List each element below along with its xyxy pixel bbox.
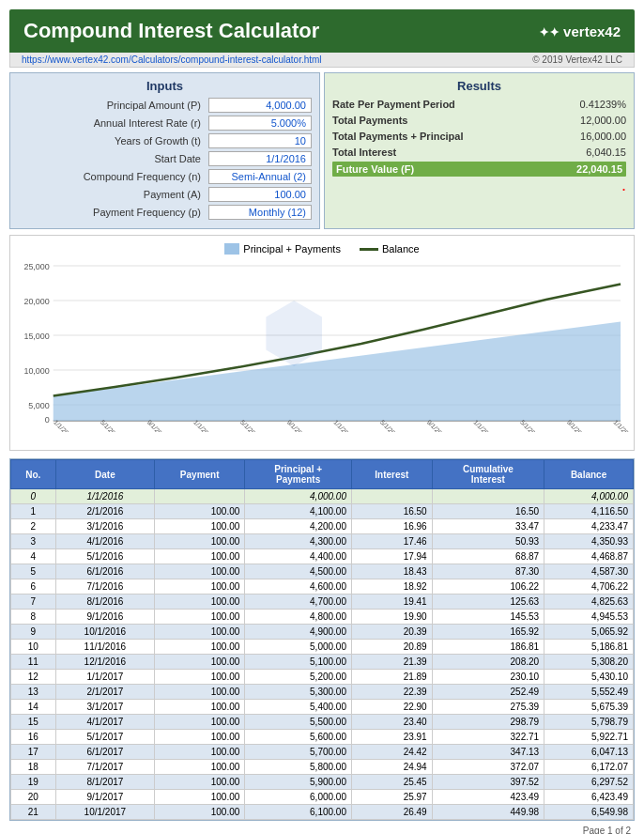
- table-cell: 4,587.30: [544, 564, 634, 579]
- legend-principal-box: [224, 243, 239, 255]
- table-cell: 5,675.39: [544, 700, 634, 715]
- url-link[interactable]: https://www.vertex42.com/Calculators/com…: [22, 54, 322, 65]
- input-label: Payment (A): [18, 189, 208, 200]
- result-value: 6,040.15: [551, 147, 626, 158]
- table-cell: 50.93: [432, 534, 544, 549]
- table-cell: 4/1/2017: [55, 715, 154, 730]
- table-cell: 4,233.47: [544, 519, 634, 534]
- table-cell: 5/1/2016: [55, 549, 154, 564]
- table-cell: 16.50: [351, 504, 432, 519]
- table-cell: 6,423.49: [544, 790, 634, 805]
- table-cell: 16.96: [351, 519, 432, 534]
- table-cell: 186.81: [432, 640, 544, 655]
- result-label: Total Payments + Principal: [332, 131, 551, 142]
- chart-area: Principal + Payments Balance 25,000 20,0…: [9, 235, 635, 451]
- input-value[interactable]: 5.000%: [208, 116, 312, 131]
- table-cell: 6/1/2016: [55, 564, 154, 579]
- table-header-row: No. Date Payment Principal +Payments Int…: [11, 460, 634, 489]
- table-row: 89/1/2016100.004,800.0019.90145.534,945.…: [11, 610, 634, 625]
- table-cell: [432, 489, 544, 504]
- input-label: Principal Amount (P): [18, 100, 208, 111]
- table-cell: 22.39: [351, 685, 432, 700]
- table-cell: 9/1/2016: [55, 610, 154, 625]
- table-cell: 1/1/2016: [55, 489, 154, 504]
- col-header-interest: Interest: [351, 460, 432, 489]
- table-cell: 125.63: [432, 595, 544, 610]
- table-cell: 24.94: [351, 760, 432, 775]
- table-cell: 4/1/2016: [55, 534, 154, 549]
- col-header-no: No.: [11, 460, 56, 489]
- table-cell: 6,172.07: [544, 760, 634, 775]
- input-value[interactable]: 1/1/2016: [208, 151, 312, 166]
- table-cell: 5,300.00: [245, 685, 352, 700]
- table-cell: 4,945.53: [544, 610, 634, 625]
- table-cell: 12/1/2016: [55, 655, 154, 670]
- table-cell: 252.49: [432, 685, 544, 700]
- table-cell: 100.00: [155, 685, 245, 700]
- input-label: Compound Frequency (n): [18, 171, 208, 182]
- table-cell: 17: [11, 745, 56, 760]
- table-cell: 145.53: [432, 610, 544, 625]
- legend-principal: Principal + Payments: [224, 243, 341, 255]
- table-cell: 100.00: [155, 519, 245, 534]
- table-cell: 25.97: [351, 790, 432, 805]
- table-cell: 4,500.00: [245, 564, 352, 579]
- table-cell: 26.49: [351, 805, 432, 820]
- input-label: Annual Interest Rate (r): [18, 117, 208, 129]
- col-header-cum-interest: CumulativeInterest: [432, 460, 544, 489]
- table-cell: 33.47: [432, 519, 544, 534]
- table-cell: [351, 489, 432, 504]
- results-dot: ·: [332, 179, 626, 199]
- input-row: Start Date1/1/2016: [18, 151, 312, 166]
- input-value[interactable]: 100.00: [208, 187, 312, 202]
- table-cell: 100.00: [155, 625, 245, 640]
- table-row: 78/1/2016100.004,700.0019.41125.634,825.…: [11, 595, 634, 610]
- table-cell: 100.00: [155, 700, 245, 715]
- logo-text: ✦✦ vertex42: [539, 23, 621, 39]
- table-cell: 10/1/2017: [55, 805, 154, 820]
- table-cell: 347.13: [432, 745, 544, 760]
- table-cell: 22.90: [351, 700, 432, 715]
- table-cell: 1/1/2017: [55, 670, 154, 685]
- input-value[interactable]: Semi-Annual (2): [208, 169, 312, 184]
- app-title: Compound Interest Calculator: [23, 19, 319, 43]
- table-cell: 100.00: [155, 745, 245, 760]
- table-row: 143/1/2017100.005,400.0022.90275.395,675…: [11, 700, 634, 715]
- results-panel: Results Rate Per Payment Period0.41239%T…: [324, 72, 635, 229]
- table-cell: 6,047.13: [544, 745, 634, 760]
- table-cell: 100.00: [155, 549, 245, 564]
- result-row: Future Value (F)22,040.15: [332, 162, 626, 177]
- table-cell: 4,000.00: [544, 489, 634, 504]
- table-cell: 7/1/2016: [55, 579, 154, 595]
- table-cell: 4,700.00: [245, 595, 352, 610]
- table-cell: 4,100.00: [245, 504, 352, 519]
- svg-text:1/1/2026: 1/1/2026: [612, 419, 630, 432]
- table-cell: 100.00: [155, 640, 245, 655]
- table-cell: 7/1/2017: [55, 760, 154, 775]
- copyright: © 2019 Vertex42 LLC: [532, 54, 622, 65]
- input-value[interactable]: 10: [208, 133, 312, 148]
- table-cell: 4,000.00: [245, 489, 352, 504]
- table-cell: 5,798.79: [544, 715, 634, 730]
- table-cell: 25.45: [351, 775, 432, 790]
- table-row: 67/1/2016100.004,600.0018.92106.224,706.…: [11, 579, 634, 595]
- table-cell: 68.87: [432, 549, 544, 564]
- table-cell: 5,800.00: [245, 760, 352, 775]
- table-cell: 4,600.00: [245, 579, 352, 595]
- table-cell: 5/1/2017: [55, 730, 154, 745]
- table-cell: 17.46: [351, 534, 432, 549]
- legend-principal-label: Principal + Payments: [243, 243, 341, 255]
- page-footer: Page 1 of 2: [9, 826, 635, 834]
- table-row: 45/1/2016100.004,400.0017.9468.874,468.8…: [11, 549, 634, 564]
- table-cell: 23.40: [351, 715, 432, 730]
- table-cell: 16.50: [432, 504, 544, 519]
- table-cell: 5: [11, 564, 56, 579]
- table-cell: 4,468.87: [544, 549, 634, 564]
- table-cell: 372.07: [432, 760, 544, 775]
- table-cell: 24.42: [351, 745, 432, 760]
- table-cell: 5,552.49: [544, 685, 634, 700]
- input-value[interactable]: Monthly (12): [208, 205, 312, 220]
- input-value[interactable]: 4,000.00: [208, 98, 312, 113]
- col-header-date: Date: [55, 460, 154, 489]
- input-row: Compound Frequency (n)Semi-Annual (2): [18, 169, 312, 184]
